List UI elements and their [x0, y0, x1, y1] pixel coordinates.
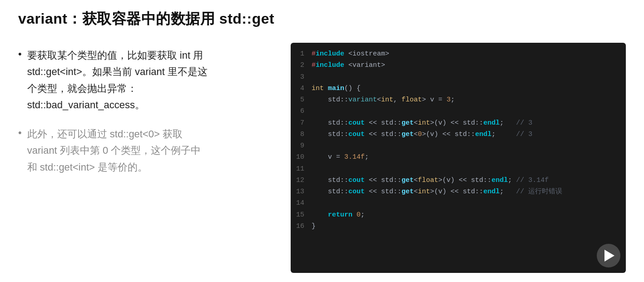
- code-line-15: 15 return 0;: [291, 209, 626, 221]
- line-num-3: 3: [291, 72, 304, 82]
- line-num-12: 12: [291, 175, 304, 186]
- line-num-6: 6: [291, 106, 304, 116]
- line-num-4: 4: [291, 83, 304, 94]
- code-line-3: 3: [291, 71, 626, 83]
- code-line-10: 10 v = 3.14f;: [291, 151, 626, 163]
- line-content-5: std::variant<int, float> v = 3;: [312, 95, 619, 105]
- watermark-logo: [597, 244, 620, 267]
- line-content-9: [312, 141, 619, 151]
- bullet-dot-1: •: [18, 48, 22, 60]
- line-num-15: 15: [291, 210, 304, 220]
- line-content-7: std::cout << std::get<int>(v) << std::en…: [312, 118, 619, 128]
- code-line-7: 7 std::cout << std::get<int>(v) << std::…: [291, 117, 626, 129]
- play-icon: [604, 250, 614, 262]
- line-content-10: v = 3.14f;: [312, 152, 619, 162]
- code-line-12: 12 std::cout << std::get<float>(v) << st…: [291, 175, 626, 186]
- left-panel: • 要获取某个类型的值，比如要获取 int 用 std::get<int>。如果…: [18, 43, 272, 273]
- code-line-2: 2 #include <variant>: [291, 60, 626, 71]
- line-num-2: 2: [291, 60, 304, 70]
- line-content-15: return 0;: [312, 210, 619, 220]
- line-num-14: 14: [291, 198, 304, 208]
- code-line-11: 11: [291, 163, 626, 175]
- code-panel: 1 #include <iostream> 2 #include <varian…: [291, 43, 626, 273]
- code-line-8: 8 std::cout << std::get<0>(v) << std::en…: [291, 129, 626, 140]
- code-line-5: 5 std::variant<int, float> v = 3;: [291, 94, 626, 106]
- code-line-6: 6: [291, 106, 626, 117]
- code-line-4: 4 int main() {: [291, 83, 626, 94]
- line-content-13: std::cout << std::get<int>(v) << std::en…: [312, 186, 619, 197]
- line-content-4: int main() {: [312, 83, 619, 94]
- code-line-9: 9: [291, 140, 626, 151]
- line-content-14: [312, 198, 619, 208]
- line-num-1: 1: [291, 49, 304, 59]
- line-content-3: [312, 72, 619, 82]
- bullet-item-1: • 要获取某个类型的值，比如要获取 int 用 std::get<int>。如果…: [18, 47, 272, 113]
- line-content-11: [312, 164, 619, 174]
- bullet-text-2: 此外，还可以通过 std::get<0> 获取 variant 列表中第 0 个…: [27, 126, 201, 176]
- line-num-7: 7: [291, 118, 304, 128]
- line-num-13: 13: [291, 186, 304, 197]
- bullet-dot-2: •: [18, 127, 22, 139]
- line-content-1: #include <iostream>: [312, 49, 619, 59]
- line-content-2: #include <variant>: [312, 60, 619, 70]
- line-num-11: 11: [291, 164, 304, 174]
- code-line-1: 1 #include <iostream>: [291, 48, 626, 60]
- code-line-16: 16 }: [291, 221, 626, 232]
- code-line-13: 13 std::cout << std::get<int>(v) << std:…: [291, 186, 626, 197]
- page: variant：获取容器中的数据用 std::get • 要获取某个类型的值，比…: [0, 0, 644, 282]
- line-content-6: [312, 106, 619, 116]
- code-block: 1 #include <iostream> 2 #include <varian…: [291, 43, 626, 273]
- line-content-8: std::cout << std::get<0>(v) << std::endl…: [312, 129, 619, 140]
- content-area: • 要获取某个类型的值，比如要获取 int 用 std::get<int>。如果…: [18, 43, 626, 273]
- line-num-8: 8: [291, 129, 304, 140]
- line-num-9: 9: [291, 141, 304, 151]
- line-num-10: 10: [291, 152, 304, 162]
- line-content-12: std::cout << std::get<float>(v) << std::…: [312, 175, 619, 186]
- line-content-16: }: [312, 221, 619, 232]
- line-num-16: 16: [291, 221, 304, 232]
- page-title: variant：获取容器中的数据用 std::get: [18, 9, 626, 29]
- bullet-text-1: 要获取某个类型的值，比如要获取 int 用 std::get<int>。如果当前…: [27, 47, 208, 113]
- line-num-5: 5: [291, 95, 304, 105]
- bullet-item-2: • 此外，还可以通过 std::get<0> 获取 variant 列表中第 0…: [18, 126, 272, 176]
- code-line-14: 14: [291, 197, 626, 209]
